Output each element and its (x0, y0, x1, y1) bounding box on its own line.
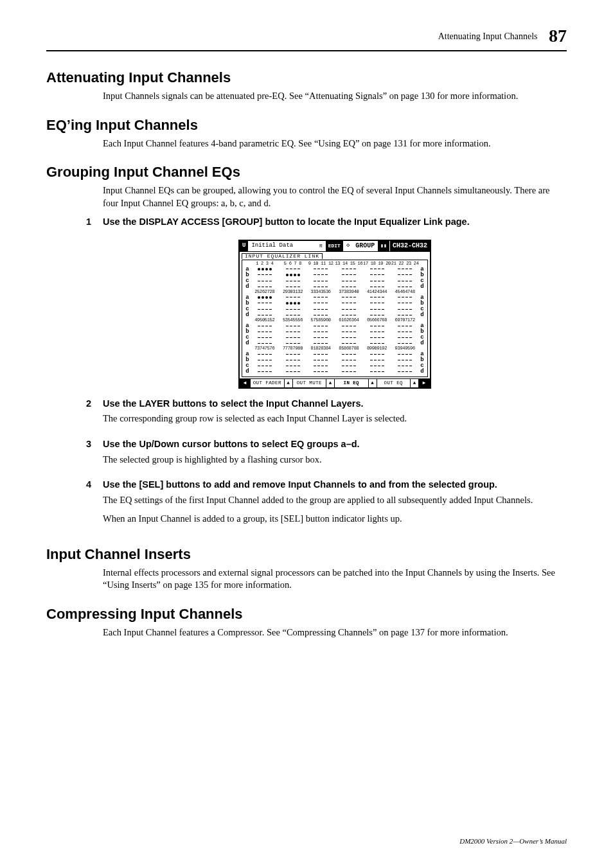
lcd-group-cell (251, 286, 279, 287)
lcd-unassigned-icon (269, 309, 272, 310)
lcd-unassigned-icon (290, 371, 292, 372)
lcd-unassigned-icon (269, 366, 272, 366)
lcd-tab-out-fader[interactable]: OUT FADER (251, 379, 285, 387)
lcd-unassigned-icon (342, 297, 344, 297)
lcd-user-icon: U (240, 241, 249, 251)
lcd-unassigned-icon (370, 274, 373, 275)
lcd-assigned-icon (286, 274, 289, 276)
lcd-tab-right-arrow[interactable]: ▶ (419, 379, 430, 387)
lcd-unassigned-icon (374, 360, 377, 360)
lcd-unassigned-icon (294, 309, 296, 310)
lcd-unassigned-icon (317, 343, 320, 344)
lcd-unassigned-icon (405, 371, 408, 372)
lcd-unassigned-icon (294, 337, 296, 338)
lcd-unassigned-icon (298, 326, 300, 326)
lcd-r-indicator: R (317, 241, 326, 251)
lcd-tab-sep-4: ▲ (411, 379, 419, 387)
lcd-unassigned-icon (382, 315, 384, 315)
lcd-assigned-icon (298, 274, 300, 276)
lcd-unassigned-icon (258, 287, 260, 287)
lcd-unassigned-icon (409, 274, 412, 275)
lcd-unassigned-icon (317, 297, 320, 297)
lcd-group-cell (363, 337, 391, 338)
lcd-unassigned-icon (294, 354, 296, 355)
step-1: 1 Use the DISPLAY ACCESS [GROUP] button … (46, 216, 567, 231)
lcd-unassigned-icon (350, 326, 352, 326)
lcd-unassigned-icon (382, 274, 384, 275)
lcd-tab-out-mute[interactable]: OUT MUTE (293, 379, 327, 387)
lcd-unassigned-icon (262, 343, 264, 344)
lcd-unassigned-icon (325, 309, 328, 310)
lcd-unassigned-icon (402, 343, 404, 344)
lcd-unassigned-icon (294, 371, 296, 372)
lcd-channel-indicator: CH32-CH32 (390, 241, 430, 251)
lcd-unassigned-icon (258, 281, 260, 281)
lcd-unassigned-icon (325, 360, 328, 360)
lcd-assigned-icon (258, 296, 260, 299)
lcd-unassigned-icon (378, 309, 380, 310)
lcd-tab-in-eq[interactable]: IN EQ (335, 379, 369, 387)
lcd-unassigned-icon (290, 366, 292, 366)
lcd-group-cell (391, 365, 419, 366)
lcd-group-cell (251, 296, 279, 299)
lcd-unassigned-icon (269, 303, 272, 303)
lcd-tab-out-eq[interactable]: OUT EQ (377, 379, 411, 387)
lcd-assigned-icon (298, 302, 300, 305)
lcd-group-cell (306, 371, 335, 372)
lcd-unassigned-icon (350, 269, 352, 269)
lcd-unassigned-icon (398, 332, 400, 332)
lcd-unassigned-icon (405, 315, 408, 315)
lcd-unassigned-icon (314, 287, 316, 287)
lcd-unassigned-icon (286, 297, 289, 297)
lcd-group-cell (335, 296, 363, 299)
step-2-title: Use the LAYER buttons to select the Inpu… (103, 398, 567, 411)
heading-eqing: EQ’ing Input Channels (46, 117, 567, 134)
lcd-group-cell (363, 314, 391, 315)
lcd-unassigned-icon (265, 354, 268, 355)
lcd-unassigned-icon (317, 315, 320, 315)
lcd-unassigned-icon (409, 297, 412, 297)
lcd-unassigned-icon (378, 332, 380, 332)
step-4-body1: The EQ settings of the first Input Chann… (103, 494, 567, 507)
lcd-unassigned-icon (402, 309, 404, 310)
lcd-assigned-icon (290, 302, 292, 305)
lcd-unassigned-icon (342, 343, 344, 344)
lcd-unassigned-icon (405, 269, 408, 269)
lcd-group-cell (251, 280, 279, 281)
lcd-channel-numbers: 17 18 19 20 (363, 261, 391, 266)
lcd-group-cell (335, 302, 363, 305)
lcd-group-cell (391, 353, 419, 355)
lcd-unassigned-icon (265, 303, 268, 303)
lcd-group-cell (335, 353, 363, 355)
lcd-unassigned-icon (286, 315, 289, 315)
lcd-unassigned-icon (374, 354, 377, 355)
lcd-group-cell (363, 296, 391, 299)
lcd-channel-header: 7374757677787980818283848586878889909192… (244, 346, 425, 351)
lcd-channel-numbers: 49505152 (251, 318, 279, 323)
lcd-unassigned-icon (262, 274, 264, 275)
lcd-unassigned-icon (370, 326, 373, 326)
lcd-unassigned-icon (262, 354, 264, 355)
lcd-unassigned-icon (298, 343, 300, 344)
lcd-unassigned-icon (382, 360, 384, 360)
lcd-unassigned-icon (374, 303, 377, 303)
lcd-unassigned-icon (370, 343, 373, 344)
lcd-tab-left-arrow[interactable]: ◀ (240, 379, 251, 387)
lcd-unassigned-icon (342, 354, 344, 355)
lcd-tab-sep-2: ▲ (326, 379, 335, 387)
lcd-group-cell (279, 274, 307, 276)
lcd-group-label-right: d (419, 369, 425, 375)
lcd-channel-numbers: 25262728 (251, 290, 279, 294)
lcd-unassigned-icon (269, 281, 272, 281)
lcd-unassigned-icon (346, 326, 348, 326)
lcd-group-cell (335, 308, 363, 310)
lcd-channel-numbers: 5 6 7 8 (279, 261, 307, 266)
lcd-unassigned-icon (405, 337, 408, 338)
lcd-tab-sep-1: ▲ (285, 379, 293, 387)
lcd-unassigned-icon (398, 315, 400, 315)
body-grouping-intro: Input Channel EQs can be grouped, allowi… (103, 184, 567, 209)
lcd-group-cell (306, 365, 335, 366)
lcd-edit-indicator: EDIT (326, 241, 344, 251)
lcd-unassigned-icon (382, 326, 384, 326)
lcd-unassigned-icon (398, 287, 400, 287)
